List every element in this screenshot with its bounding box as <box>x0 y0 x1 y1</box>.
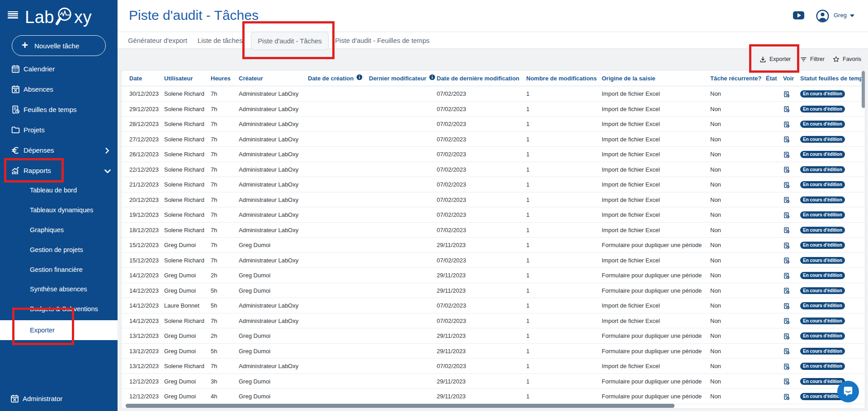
cell: 1 <box>526 313 529 329</box>
cell: Greg Dumoi <box>164 283 196 299</box>
view-icon[interactable] <box>783 136 790 143</box>
sidebar-subitem[interactable]: Tableaux dynamiques <box>0 200 118 220</box>
chat-launcher-button[interactable] <box>837 381 859 402</box>
sidebar-item-administrator[interactable]: Administrator <box>0 388 118 409</box>
filter-icon <box>800 56 807 62</box>
cell: Import de fichier Excel <box>602 132 660 147</box>
vertical-scrollbar[interactable] <box>862 71 865 108</box>
tab-3[interactable]: Piste d'audit - Feuilles de temps <box>335 32 429 49</box>
logo-text-right: xy <box>74 8 92 27</box>
cell: Import de fichier Excel <box>602 313 660 329</box>
filter-button[interactable]: Filtrer <box>800 54 825 65</box>
cell: 13/12/2023 <box>129 328 159 344</box>
view-icon[interactable] <box>783 227 790 234</box>
status-badge: En cours d'édition <box>800 227 845 234</box>
cell: 7h <box>211 162 217 177</box>
folder-icon <box>11 125 20 135</box>
cell: Administrateur LabOxy <box>239 207 298 223</box>
view-icon[interactable] <box>783 318 790 324</box>
sidebar-subitem[interactable]: Gestion financière <box>0 260 118 280</box>
cell: Import de fichier Excel <box>602 147 660 162</box>
sidebar-subitem-label: Gestion de projets <box>30 246 83 253</box>
tab-1[interactable]: Liste de tâches <box>198 32 243 49</box>
view-icon[interactable] <box>783 212 790 219</box>
cell: 5h <box>211 298 217 313</box>
star-icon <box>833 56 840 62</box>
view-icon[interactable] <box>783 378 790 385</box>
video-tutorial-button[interactable] <box>793 11 804 19</box>
play-icon <box>797 13 801 18</box>
view-icon[interactable] <box>783 348 790 355</box>
view-icon[interactable] <box>783 272 790 279</box>
user-avatar-icon[interactable] <box>816 9 827 21</box>
sidebar-item-euro[interactable]: Dépenses <box>0 140 118 160</box>
sidebar-item-calendar-x[interactable]: Absences <box>0 79 118 99</box>
hamburger-menu-icon[interactable] <box>8 11 18 19</box>
sidebar-item-label: Projets <box>24 126 45 134</box>
cell: 1 <box>526 344 529 359</box>
cell: Administrateur LabOxy <box>239 253 298 268</box>
cell: Greg Dumoi <box>239 328 270 344</box>
cell: 15/12/2023 <box>129 238 159 253</box>
favorites-button[interactable]: Favoris <box>833 54 861 65</box>
sidebar-item-folder[interactable]: Projets <box>0 120 118 140</box>
view-icon[interactable] <box>783 363 790 370</box>
favorites-label: Favoris <box>843 56 861 62</box>
status-badge: En cours d'édition <box>800 348 845 355</box>
cell: 1 <box>526 253 529 268</box>
info-icon[interactable] <box>426 70 435 86</box>
cell: 29/12/2023 <box>129 102 159 117</box>
view-icon[interactable] <box>783 287 790 294</box>
cell: 07/02/2023 <box>437 359 466 374</box>
sidebar-subitem[interactable]: Budgets & Subventions <box>0 299 118 319</box>
export-button[interactable]: Exporter <box>760 54 791 65</box>
tab-piste-audit-taches[interactable]: Piste d'audit - Tâches <box>251 32 329 50</box>
view-icon[interactable] <box>783 196 790 203</box>
view-icon[interactable] <box>783 393 790 400</box>
cell: 29/11/2023 <box>437 268 466 283</box>
info-icon[interactable] <box>354 70 363 86</box>
view-icon[interactable] <box>783 121 790 128</box>
cell: Import de fichier Excel <box>602 177 660 192</box>
cell: 29/11/2023 <box>437 238 466 253</box>
cell: Non <box>710 86 721 102</box>
view-icon[interactable] <box>783 182 790 188</box>
sidebar-subitem[interactable]: Gestion de projets <box>0 240 118 260</box>
view-icon[interactable] <box>783 106 790 112</box>
sidebar-subitem[interactable]: Tableau de bord <box>0 180 118 200</box>
view-icon[interactable] <box>783 257 790 264</box>
view-icon[interactable] <box>783 303 790 309</box>
cell: Greg Dumoi <box>239 268 270 283</box>
cell: 7h <box>211 102 217 117</box>
sidebar-subitem[interactable]: Synthèse absences <box>0 280 118 299</box>
view-icon[interactable] <box>783 166 790 173</box>
cell: 1 <box>526 328 529 344</box>
sidebar-item-chart[interactable]: Rapports <box>0 160 118 181</box>
sidebar-subitem[interactable]: Graphiques <box>0 220 118 240</box>
view-icon[interactable] <box>783 333 790 340</box>
view-icon[interactable] <box>783 242 790 249</box>
cell: Greg Dumoi <box>239 374 270 389</box>
sidebar-item-calendar[interactable]: Calendrier <box>0 59 118 79</box>
sidebar-item-file-clock[interactable]: Feuilles de temps <box>0 99 118 120</box>
cell: Solene Richard <box>164 359 204 374</box>
view-icon[interactable] <box>783 91 790 98</box>
new-task-button[interactable]: + Nouvelle tâche <box>12 35 106 56</box>
sidebar-subitem-label: Tableau de bord <box>30 187 77 194</box>
cell: 1 <box>526 298 529 313</box>
user-menu[interactable]: Greg <box>834 12 854 19</box>
cell: Greg Dumoi <box>164 374 196 389</box>
cell: 1 <box>526 238 529 253</box>
export-label: Exporter <box>769 56 791 62</box>
cell: 07/02/2023 <box>437 207 466 223</box>
view-icon[interactable] <box>783 151 790 158</box>
cell: 29/11/2023 <box>437 374 466 389</box>
chat-icon <box>842 386 854 397</box>
horizontal-scrollbar[interactable] <box>126 404 675 408</box>
sidebar-subitem[interactable]: Exporter <box>0 320 118 340</box>
table-row: 13/12/2023Greg Dumoi5hGreg Dumoi29/11/20… <box>122 344 865 359</box>
tab-0[interactable]: Générateur d'export <box>128 32 187 49</box>
cell: Formulaire pour dupliquer une période <box>602 268 702 283</box>
cell: 07/02/2023 <box>437 298 466 313</box>
cell: Non <box>710 298 721 313</box>
